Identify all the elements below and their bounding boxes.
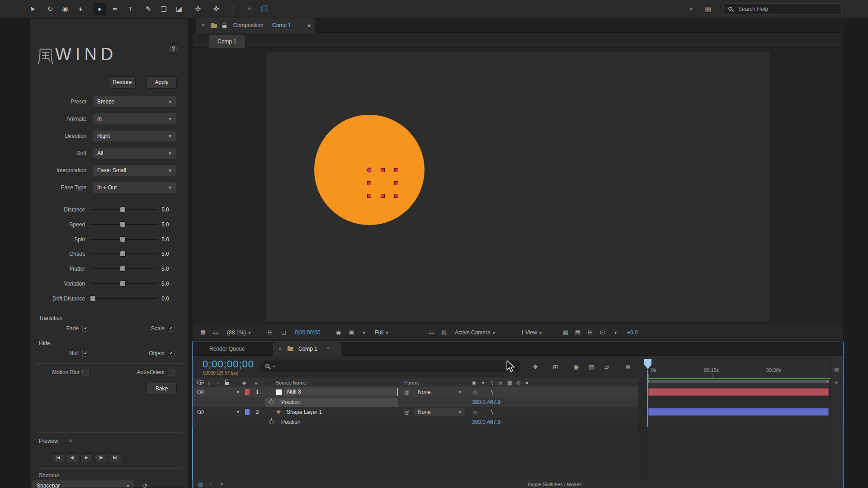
channels-icon[interactable]: ◑ bbox=[362, 324, 365, 341]
snapshot-camera-icon[interactable]: ◉ bbox=[336, 324, 341, 341]
direction-dropdown[interactable]: Right▼ bbox=[93, 131, 176, 141]
help-search-input[interactable]: Search Help bbox=[723, 3, 842, 15]
layer-row-null3[interactable]: ▼ 1 Null 3 @ None▼ ◇ ∖ bbox=[193, 387, 843, 397]
variation-slider[interactable] bbox=[91, 283, 157, 284]
time-ruler[interactable]: 0s 00:15s 00:30s bbox=[646, 356, 830, 378]
puppet-pin-tool[interactable]: ✜ bbox=[209, 3, 223, 15]
column-divider-strip[interactable] bbox=[638, 378, 646, 480]
timeline-comp-tab[interactable]: × Comp 1 ≡ bbox=[273, 342, 341, 356]
drift-dropdown[interactable]: All▼ bbox=[93, 148, 176, 159]
animate-dropdown[interactable]: In▼ bbox=[93, 113, 176, 124]
layer-label-swatch[interactable] bbox=[245, 409, 250, 415]
shortcut-dropdown[interactable]: Spacebar▼ bbox=[32, 480, 134, 488]
viewer-time[interactable]: 0;00;00;00 bbox=[295, 324, 321, 341]
null-checkbox[interactable]: ✓ bbox=[82, 350, 89, 357]
pixel-aspect-icon[interactable]: ⊡ bbox=[600, 324, 605, 341]
slider-thumb[interactable] bbox=[90, 296, 96, 301]
switch-quality-icon[interactable]: ∖ bbox=[490, 387, 494, 397]
selection-handle[interactable] bbox=[394, 194, 398, 198]
distance-slider[interactable] bbox=[91, 209, 157, 210]
frame-blending-icon[interactable]: ▦ bbox=[589, 356, 594, 378]
property-name[interactable]: Position bbox=[281, 417, 301, 427]
slider-thumb[interactable] bbox=[120, 251, 126, 257]
transparency-grid-icon[interactable]: ▨ bbox=[441, 324, 447, 341]
object-checkbox[interactable]: ✓ bbox=[168, 350, 175, 357]
composition-viewer[interactable] bbox=[193, 48, 843, 324]
timeline-scrollbar-strip[interactable]: ▤ ✦ bbox=[830, 356, 843, 480]
toggle-switches-modes-button[interactable]: Toggle Switches / Modes bbox=[516, 480, 593, 488]
layer-duration-bar[interactable] bbox=[648, 388, 829, 396]
selection-handle[interactable] bbox=[367, 181, 371, 185]
comp-marker-icon[interactable]: ✦ bbox=[834, 380, 838, 386]
exposure-value[interactable]: +0.0 bbox=[627, 324, 638, 341]
timeline-search-input[interactable]: ▼ bbox=[260, 361, 520, 372]
current-time-display[interactable]: 0;00;00;00 bbox=[203, 358, 254, 370]
eye-icon[interactable] bbox=[197, 390, 204, 394]
interpolation-dropdown[interactable]: Ease: Small▼ bbox=[93, 165, 176, 176]
expand-transfer-icon[interactable]: ◔ bbox=[209, 481, 212, 487]
hide-shy-layers-icon[interactable]: ◉ bbox=[573, 356, 579, 378]
panel-menu-icon[interactable]: ≡ bbox=[307, 18, 311, 33]
graph-editor-icon[interactable]: ⊛ bbox=[625, 356, 631, 378]
layer-name-field[interactable]: Null 3 bbox=[284, 388, 398, 396]
next-frame-button[interactable]: |▶ bbox=[95, 453, 107, 462]
selection-handle[interactable] bbox=[381, 168, 385, 172]
exposure-icon[interactable]: ◐ bbox=[614, 324, 618, 341]
show-snapshot-icon[interactable]: ▣ bbox=[349, 324, 354, 341]
slider-thumb[interactable] bbox=[120, 221, 126, 227]
expand-inout-icon[interactable]: ✦ bbox=[220, 481, 224, 487]
preset-dropdown[interactable]: Breeze▼ bbox=[93, 96, 176, 107]
switch-quality-icon[interactable]: ∖ bbox=[490, 407, 494, 417]
multi-view-icon[interactable]: ▦ bbox=[200, 324, 206, 341]
parent-dropdown[interactable]: None▼ bbox=[414, 388, 465, 396]
zoom-select[interactable]: (88.1%) ▼ bbox=[227, 324, 251, 341]
reset-icon[interactable]: ↺ bbox=[142, 482, 147, 488]
type-tool[interactable]: T bbox=[123, 3, 137, 15]
stopwatch-icon[interactable] bbox=[269, 400, 274, 404]
auto-orient-toggle[interactable] bbox=[168, 369, 175, 375]
slider-thumb[interactable] bbox=[120, 236, 126, 242]
viewer-tab-comp1[interactable]: Comp 1 bbox=[209, 35, 245, 48]
slider-thumb[interactable] bbox=[120, 266, 126, 272]
restore-button[interactable]: Restore bbox=[109, 76, 136, 89]
selection-handle[interactable] bbox=[367, 194, 371, 198]
parent-dropdown[interactable]: None▼ bbox=[414, 408, 465, 416]
source-name-column-header[interactable]: Source Name bbox=[276, 378, 306, 387]
slider-thumb[interactable] bbox=[120, 206, 126, 212]
help-button[interactable]: ? bbox=[169, 44, 178, 54]
rotation-tool[interactable]: ↻ bbox=[43, 3, 57, 15]
property-name[interactable]: Position bbox=[281, 397, 301, 407]
motion-blur-toggle[interactable] bbox=[82, 369, 89, 375]
pen-tool[interactable]: ✒ bbox=[108, 3, 122, 15]
draft-3d-icon[interactable]: ⊞ bbox=[553, 356, 558, 378]
selection-tool[interactable]: ➤ bbox=[25, 3, 39, 15]
layer-label-swatch[interactable] bbox=[245, 389, 250, 395]
view-option-icon[interactable]: ⊞ bbox=[588, 324, 593, 341]
view-option-icon[interactable]: ▥ bbox=[563, 324, 568, 341]
spin-slider[interactable] bbox=[91, 239, 157, 240]
playhead-line[interactable] bbox=[647, 370, 648, 427]
layer-duration-bar[interactable] bbox=[648, 408, 829, 416]
preview-menu-icon[interactable]: ≡ bbox=[69, 437, 72, 444]
overflow-chevron-icon[interactable]: » bbox=[689, 5, 693, 12]
parent-column-header[interactable]: Parent bbox=[404, 378, 419, 387]
slider-thumb[interactable] bbox=[120, 281, 126, 286]
composition-tab[interactable]: × Composition Comp 1 ≡ bbox=[196, 18, 315, 33]
view-layout-select[interactable]: 1 View ▼ bbox=[521, 324, 542, 341]
stopwatch-icon[interactable] bbox=[269, 420, 274, 424]
close-tab-icon[interactable]: × bbox=[202, 18, 205, 33]
property-row-shape1-position[interactable]: Position 393.0,467.9 I bbox=[193, 417, 843, 427]
composition-mini-flowchart-icon[interactable]: ❖ bbox=[533, 356, 538, 378]
apply-button[interactable]: Apply bbox=[146, 76, 177, 89]
selection-handle[interactable] bbox=[394, 168, 398, 172]
go-to-start-button[interactable]: |◀ bbox=[52, 453, 64, 462]
expand-arrow-icon[interactable]: ▼ bbox=[236, 407, 240, 417]
resolution-select[interactable]: Full ▼ bbox=[375, 324, 389, 341]
workspace-icon[interactable]: ▦ bbox=[704, 5, 711, 13]
switch-collapse-icon[interactable]: ◇ bbox=[473, 387, 477, 397]
selection-handle[interactable] bbox=[381, 194, 385, 198]
chaos-slider[interactable] bbox=[91, 253, 157, 254]
play-button[interactable]: ▶ bbox=[80, 453, 93, 462]
flutter-slider[interactable] bbox=[91, 268, 157, 269]
ellipse-tool[interactable]: ● bbox=[93, 3, 106, 15]
